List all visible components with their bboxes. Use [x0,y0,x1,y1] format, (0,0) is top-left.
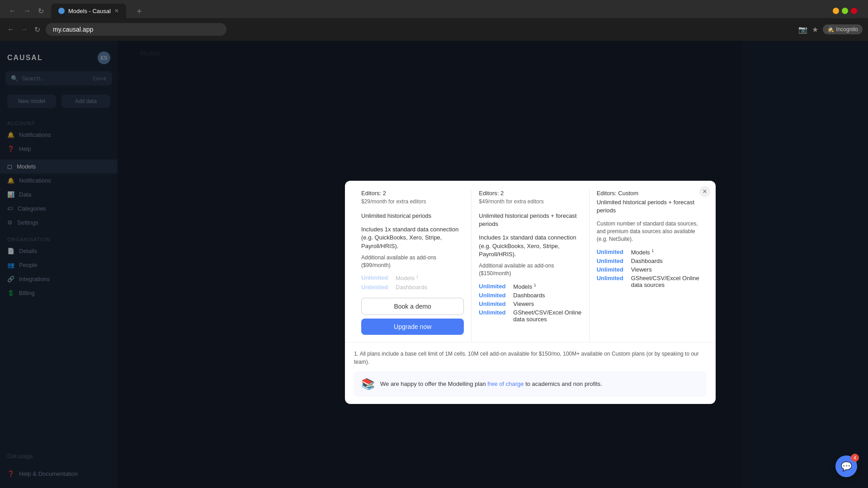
browser-reload-btn[interactable]: ↻ [36,5,46,17]
plan-price-note-2: $49/month for extra editors [479,198,581,205]
window-close[interactable]: ✕ [851,8,857,14]
reload-icon[interactable]: ↻ [33,23,42,36]
sidebar-item-settings[interactable]: ⚙ Settings [0,216,118,230]
incognito-badge: 🕵 Incognito [823,24,863,34]
plan-historical-2: Unlimited historical periods + forecast … [479,212,581,228]
search-icon: 🔍 [11,75,18,82]
sidebar-item-people[interactable]: 👥 People [0,258,118,272]
unlimited-row-1-models: Unlimited Models 1 [361,274,464,282]
academic-text: We are happy to offer the Modelling plan… [380,380,602,387]
plan-editors-3: Editors: Custom [597,190,699,197]
sidebar: CAUSAL ES 🔍 Search... Ctrl+K New model A… [0,41,118,488]
unlimited-row-3-models: Unlimited Models 1 [597,249,699,256]
unlimited-row-2-gsheet: Unlimited GSheet/CSV/Excel Online data s… [479,309,581,323]
cell-usage-label: Cell usage [7,453,110,460]
details-icon: 📄 [7,248,14,254]
unlimited-row-3-dashboards: Unlimited Dashboards [597,258,699,264]
unlimited-row-3-gsheet: Unlimited GSheet/CSV/Excel Online data s… [597,275,699,288]
integrations-icon: 🔗 [7,276,14,282]
unlimited-item: Models 1 [396,274,419,282]
data-icon: 📊 [7,191,14,198]
sidebar-section-main: ◻ Models 🔔 Notifications 📊 Data 🏷 Catego… [0,158,118,231]
sidebar-search[interactable]: 🔍 Search... Ctrl+K [5,71,112,85]
sidebar-item-details[interactable]: 📄 Details [0,244,118,258]
add-data-btn[interactable]: Add data [61,94,110,108]
plan-custom: Editors: Custom Unlimited historical per… [590,190,707,342]
modal-close-btn[interactable]: × [699,186,710,197]
logo: CAUSAL [7,54,43,62]
plan-historical-1: Unlimited historical periods [361,212,464,220]
sidebar-item-notifications2[interactable]: 🔔 Notifications [0,174,118,188]
book-demo-btn[interactable]: Book a demo [361,298,464,315]
academic-note: 📚 We are happy to offer the Modelling pl… [354,371,707,397]
academic-link[interactable]: free of charge [487,380,524,387]
new-model-btn[interactable]: New model [7,94,56,108]
sidebar-item-models[interactable]: ◻ Models [0,160,118,174]
address-input[interactable] [46,23,226,36]
window-maximize[interactable]: □ [842,8,848,14]
upgrade-now-btn[interactable]: Upgrade now [361,319,464,335]
sidebar-item-notifications[interactable]: 🔔 Notifications [0,128,118,142]
help-docs-icon: ❓ [7,470,14,477]
sidebar-item-help-docs[interactable]: ❓ Help & Documentation [0,467,118,481]
plan-data-conn-2: Includes 1x standard data connection (e.… [479,234,581,258]
unlimited-row-2-viewers: Unlimited Viewers [479,300,581,307]
footnote: 1. All plans include a base cell limit o… [354,350,707,366]
help-icon: ❓ [7,145,14,152]
chat-bubble[interactable]: 💬 4 [835,455,857,477]
people-icon: 👥 [7,262,14,268]
unlimited-row-1-dashboards: Unlimited Dashboards [361,284,464,291]
bell-icon: 🔔 [7,177,14,184]
chat-icon: 💬 [841,461,852,472]
sidebar-item-data[interactable]: 📊 Data [0,188,118,202]
bookmark-icon[interactable]: ★ [812,25,818,34]
browser-back-btn[interactable]: ← [7,5,18,17]
sidebar-item-billing[interactable]: 💲 Billing [0,286,118,300]
models-icon: ◻ [7,163,12,170]
active-tab[interactable]: Models - Causal ✕ [51,4,126,18]
plan-data-sources-3: Custom number of standard data sources, … [597,220,699,243]
categories-icon: 🏷 [7,205,13,212]
unlimited-item: Dashboards [396,284,427,291]
back-icon[interactable]: ← [5,23,16,35]
unlimited-row-2-models: Unlimited Models 1 [479,283,581,290]
billing-icon: 💲 [7,290,14,296]
notification-icon: 🔔 [7,131,14,138]
tab-label: Models - Causal [68,8,111,14]
sidebar-section-account: ACCOUNT 🔔 Notifications ❓ Help [0,115,118,158]
plan-historical-3: Unlimited historical periods + forecast … [597,198,699,215]
new-tab-btn[interactable]: ＋ [132,4,147,18]
user-avatar[interactable]: ES [98,52,110,64]
forward-icon[interactable]: → [19,23,30,35]
settings-icon: ⚙ [7,219,13,226]
chat-badge: 4 [851,454,859,462]
sidebar-section-org: ORGANISATION 📄 Details 👥 People 🔗 Integr… [0,231,118,302]
window-minimize[interactable]: – [833,8,839,14]
academic-icon: 📚 [361,378,375,390]
plan-data-conn-1: Includes 1x standard data connection (e.… [361,225,464,250]
unlimited-row-3-viewers: Unlimited Viewers [597,266,699,273]
browser-forward-btn[interactable]: → [22,5,33,17]
incognito-icon: 🕵 [827,26,834,33]
search-placeholder: Search... [22,75,45,82]
unlimited-row-2-dashboards: Unlimited Dashboards [479,292,581,299]
sidebar-item-help[interactable]: ❓ Help [0,142,118,156]
plan-growth: Editors: 2 $49/month for extra editors U… [472,190,589,342]
plan-addons-2: Additional available as add-ons ($150/mo… [479,262,581,277]
tab-close-icon[interactable]: ✕ [114,8,119,14]
camera-icon: 📷 [798,25,807,34]
plan-price-note-1: $29/month for extra editors [361,198,464,205]
sidebar-item-integrations[interactable]: 🔗 Integrations [0,272,118,286]
sidebar-item-categories[interactable]: 🏷 Categories [0,202,118,216]
unlimited-label: Unlimited [361,274,393,281]
pricing-modal: × Editors: 2 $29/month for extra editors… [345,181,716,404]
plan-modelling: Editors: 2 $29/month for extra editors U… [354,190,472,342]
plan-editors-1: Editors: 2 [361,190,464,197]
plan-editors-2: Editors: 2 [479,190,581,197]
tab-favicon [58,8,65,14]
plan-addons-1: Additional available as add-ons ($99/mon… [361,254,464,269]
unlimited-label: Unlimited [361,284,393,291]
window-controls: – □ ✕ [833,8,857,14]
